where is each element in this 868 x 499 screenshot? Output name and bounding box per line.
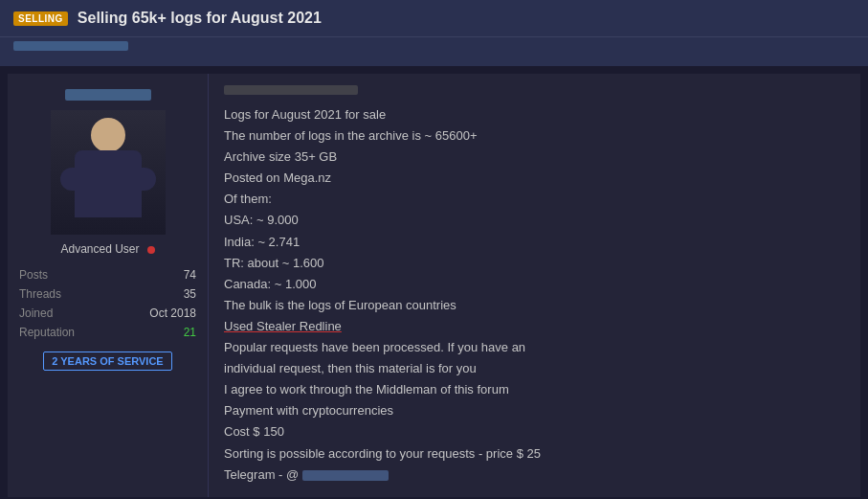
post-line-5: Of them: — [224, 189, 845, 210]
post-line-15: Payment with cryptocurrencies — [224, 400, 845, 421]
post-line-4: Posted on Mega.nz — [224, 168, 845, 189]
stat-joined: Joined Oct 2018 — [19, 304, 196, 323]
post-line-6: USA: ~ 9.000 — [224, 210, 845, 231]
avatar — [51, 110, 166, 235]
post-body: Logs for August 2021 for sale The number… — [224, 104, 845, 486]
service-badge: 2 YEARS OF SERVICE — [43, 352, 171, 371]
stealer-link[interactable]: Used Stealer Redline — [224, 319, 342, 333]
stat-threads: Threads 35 — [19, 284, 196, 304]
thread-header: SELLING Selling 65k+ logs for August 202… — [0, 0, 868, 37]
post-line-13: individual request, then this material i… — [224, 358, 845, 379]
post-line-8: TR: about ~ 1.600 — [224, 253, 845, 274]
post-line-10: The bulk is the logs of European countri… — [224, 295, 845, 316]
post-line-14: I agree to work through the Middleman of… — [224, 379, 845, 400]
post-line-9: Canada: ~ 1.000 — [224, 274, 845, 295]
header-meta — [0, 37, 868, 66]
post-meta — [224, 85, 845, 97]
post-content: Logs for August 2021 for sale The number… — [209, 74, 860, 497]
post-line-18: Telegram - @ — [224, 465, 845, 486]
user-stats: Posts 74 Threads 35 Joined Oct 2018 Repu… — [19, 265, 196, 342]
role-indicator — [147, 246, 155, 254]
post-line-12: Popular requests have been processed. If… — [224, 337, 845, 358]
post-line-16: Cost $ 150 — [224, 421, 845, 442]
post-line-11: Used Stealer Redline — [224, 316, 845, 337]
post-line-2: The number of logs in the archive is ~ 6… — [224, 125, 845, 147]
post-line-7: India: ~ 2.741 — [224, 232, 845, 253]
selling-badge: SELLING — [13, 11, 68, 26]
thread-title: Selling 65k+ logs for August 2021 — [78, 10, 322, 27]
post-line-17: Sorting is possible according to your re… — [224, 443, 845, 465]
stat-posts: Posts 74 — [19, 265, 196, 284]
user-role: Advanced User — [60, 242, 139, 256]
username-blurred — [65, 89, 151, 101]
stat-reputation: Reputation 21 — [19, 323, 196, 342]
post-container: Advanced User Posts 74 Threads 35 Joined… — [8, 74, 860, 497]
post-line-1: Logs for August 2021 for sale — [224, 104, 845, 125]
telegram-username-blurred — [302, 470, 389, 481]
post-line-3: Archive size 35+ GB — [224, 147, 845, 168]
user-panel: Advanced User Posts 74 Threads 35 Joined… — [8, 74, 209, 497]
